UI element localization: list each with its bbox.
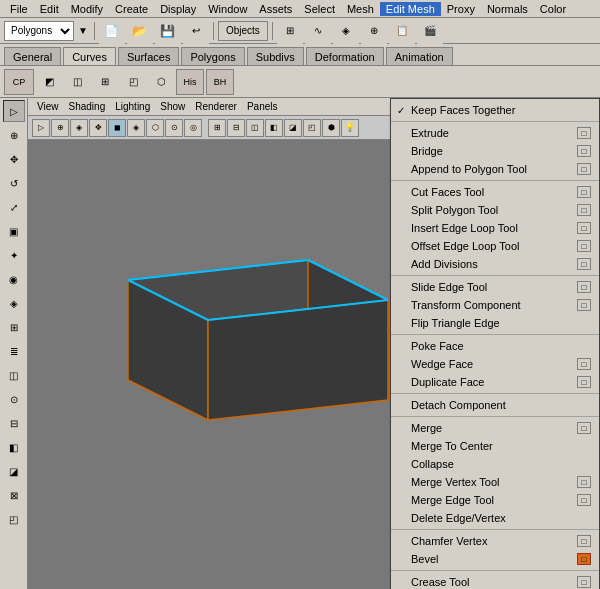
vp-btn17[interactable]: 💡 bbox=[341, 119, 359, 137]
dropdown-offset-edge[interactable]: Offset Edge Loop Tool □ bbox=[391, 237, 599, 255]
dropdown-crease[interactable]: Crease Tool □ bbox=[391, 573, 599, 589]
vp-menu-show[interactable]: Show bbox=[155, 101, 190, 112]
vp-btn10[interactable]: ⊞ bbox=[208, 119, 226, 137]
dropdown-poke[interactable]: Poke Face bbox=[391, 337, 599, 355]
menu-normals[interactable]: Normals bbox=[481, 2, 534, 16]
bevel-options[interactable]: □ bbox=[577, 553, 591, 565]
dropdown-delete-edge[interactable]: Delete Edge/Vertex bbox=[391, 509, 599, 527]
vp-btn11[interactable]: ⊟ bbox=[227, 119, 245, 137]
snap-view-btn[interactable]: ⊕ bbox=[361, 18, 387, 44]
curve-btn[interactable]: ◪ bbox=[3, 460, 25, 482]
tab-animation[interactable]: Animation bbox=[386, 47, 453, 65]
scale-btn[interactable]: ⤢ bbox=[3, 196, 25, 218]
chamfer-options[interactable]: □ bbox=[577, 535, 591, 547]
render-btn[interactable]: 🎬 bbox=[417, 18, 443, 44]
skin-btn[interactable]: ⊟ bbox=[3, 412, 25, 434]
menu-mesh[interactable]: Mesh bbox=[341, 2, 380, 16]
shelf-icon3[interactable]: ⊞ bbox=[92, 69, 118, 95]
append-options[interactable]: □ bbox=[577, 163, 591, 175]
dropdown-bridge[interactable]: Bridge □ bbox=[391, 142, 599, 160]
ik-btn[interactable]: ⊙ bbox=[3, 388, 25, 410]
split-polygon-options[interactable]: □ bbox=[577, 204, 591, 216]
dropdown-merge-edge[interactable]: Merge Edge Tool □ bbox=[391, 491, 599, 509]
dropdown-collapse[interactable]: Collapse bbox=[391, 455, 599, 473]
shelf-his[interactable]: His bbox=[176, 69, 204, 95]
artisan-btn[interactable]: ◈ bbox=[3, 292, 25, 314]
menu-assets[interactable]: Assets bbox=[253, 2, 298, 16]
shelf-cp[interactable]: CP bbox=[4, 69, 34, 95]
save-scene-btn[interactable]: 💾 bbox=[155, 18, 181, 44]
paint-btn[interactable]: ◉ bbox=[3, 268, 25, 290]
merge-edge-options[interactable]: □ bbox=[577, 494, 591, 506]
dropdown-chamfer[interactable]: Chamfer Vertex □ bbox=[391, 532, 599, 550]
menu-create[interactable]: Create bbox=[109, 2, 154, 16]
dropdown-bevel[interactable]: Bevel □ bbox=[391, 550, 599, 568]
dropdown-flip-triangle[interactable]: Flip Triangle Edge bbox=[391, 314, 599, 332]
menu-window[interactable]: Window bbox=[202, 2, 253, 16]
universal-btn[interactable]: ▣ bbox=[3, 220, 25, 242]
new-scene-btn[interactable]: 📄 bbox=[99, 18, 125, 44]
undo-btn[interactable]: ↩ bbox=[183, 18, 209, 44]
dropdown-transform[interactable]: Transform Component □ bbox=[391, 296, 599, 314]
objects-label-btn[interactable]: Objects bbox=[218, 21, 268, 41]
cluster-btn[interactable]: ≣ bbox=[3, 340, 25, 362]
tab-curves[interactable]: Curves bbox=[63, 47, 116, 65]
menu-file[interactable]: File bbox=[4, 2, 34, 16]
snap-grid-btn[interactable]: ⊞ bbox=[277, 18, 303, 44]
dropdown-merge-vertex[interactable]: Merge Vertex Tool □ bbox=[391, 473, 599, 491]
offset-edge-options[interactable]: □ bbox=[577, 240, 591, 252]
dropdown-merge[interactable]: Merge □ bbox=[391, 419, 599, 437]
dropdown-append[interactable]: Append to Polygon Tool □ bbox=[391, 160, 599, 178]
insert-edge-options[interactable]: □ bbox=[577, 222, 591, 234]
snap-point-btn[interactable]: ◈ bbox=[333, 18, 359, 44]
add-divisions-options[interactable]: □ bbox=[577, 258, 591, 270]
menu-color[interactable]: Color bbox=[534, 2, 572, 16]
vp-paint-btn[interactable]: ◈ bbox=[70, 119, 88, 137]
dropdown-extrude[interactable]: Extrude □ bbox=[391, 124, 599, 142]
dropdown-merge-center[interactable]: Merge To Center bbox=[391, 437, 599, 455]
vp-menu-panels[interactable]: Panels bbox=[242, 101, 283, 112]
vp-btn7[interactable]: ⬡ bbox=[146, 119, 164, 137]
vp-menu-view[interactable]: View bbox=[32, 101, 64, 112]
menu-display[interactable]: Display bbox=[154, 2, 202, 16]
shelf-icon1[interactable]: ◩ bbox=[36, 69, 62, 95]
dropdown-keep-faces[interactable]: Keep Faces Together bbox=[391, 101, 599, 119]
dropdown-split-polygon[interactable]: Split Polygon Tool □ bbox=[391, 201, 599, 219]
wedge-options[interactable]: □ bbox=[577, 358, 591, 370]
sculpt-btn[interactable]: ⊠ bbox=[3, 484, 25, 506]
merge-vertex-options[interactable]: □ bbox=[577, 476, 591, 488]
menu-modify[interactable]: Modify bbox=[65, 2, 109, 16]
open-scene-btn[interactable]: 📂 bbox=[127, 18, 153, 44]
vp-btn13[interactable]: ◧ bbox=[265, 119, 283, 137]
dropdown-cut-faces[interactable]: Cut Faces Tool □ bbox=[391, 183, 599, 201]
shelf-icon4[interactable]: ◰ bbox=[120, 69, 146, 95]
vp-btn8[interactable]: ⊙ bbox=[165, 119, 183, 137]
vp-btn6[interactable]: ◈ bbox=[127, 119, 145, 137]
vp-move-btn[interactable]: ✥ bbox=[89, 119, 107, 137]
tab-deformation[interactable]: Deformation bbox=[306, 47, 384, 65]
vp-btn5[interactable]: ◼ bbox=[108, 119, 126, 137]
dropdown-detach[interactable]: Detach Component bbox=[391, 396, 599, 414]
history-btn[interactable]: 📋 bbox=[389, 18, 415, 44]
vp-btn14[interactable]: ◪ bbox=[284, 119, 302, 137]
move-btn[interactable]: ✥ bbox=[3, 148, 25, 170]
transform-options[interactable]: □ bbox=[577, 299, 591, 311]
joint-btn[interactable]: ◫ bbox=[3, 364, 25, 386]
menu-edit[interactable]: Edit bbox=[34, 2, 65, 16]
measure-btn[interactable]: ◰ bbox=[3, 508, 25, 530]
menu-proxy[interactable]: Proxy bbox=[441, 2, 481, 16]
select-tool-btn[interactable]: ▷ bbox=[3, 100, 25, 122]
dropdown-slide-edge[interactable]: Slide Edge Tool □ bbox=[391, 278, 599, 296]
polygon-select[interactable]: Polygons Objects Components bbox=[4, 21, 74, 41]
crease-options[interactable]: □ bbox=[577, 576, 591, 588]
vp-menu-lighting[interactable]: Lighting bbox=[110, 101, 155, 112]
shelf-icon2[interactable]: ◫ bbox=[64, 69, 90, 95]
lasso-btn[interactable]: ⊕ bbox=[3, 124, 25, 146]
vp-btn16[interactable]: ⬢ bbox=[322, 119, 340, 137]
dropdown-insert-edge[interactable]: Insert Edge Loop Tool □ bbox=[391, 219, 599, 237]
cut-faces-options[interactable]: □ bbox=[577, 186, 591, 198]
extrude-options[interactable]: □ bbox=[577, 127, 591, 139]
shelf-bh[interactable]: BH bbox=[206, 69, 234, 95]
vp-select-btn[interactable]: ▷ bbox=[32, 119, 50, 137]
dropdown-add-divisions[interactable]: Add Divisions □ bbox=[391, 255, 599, 273]
